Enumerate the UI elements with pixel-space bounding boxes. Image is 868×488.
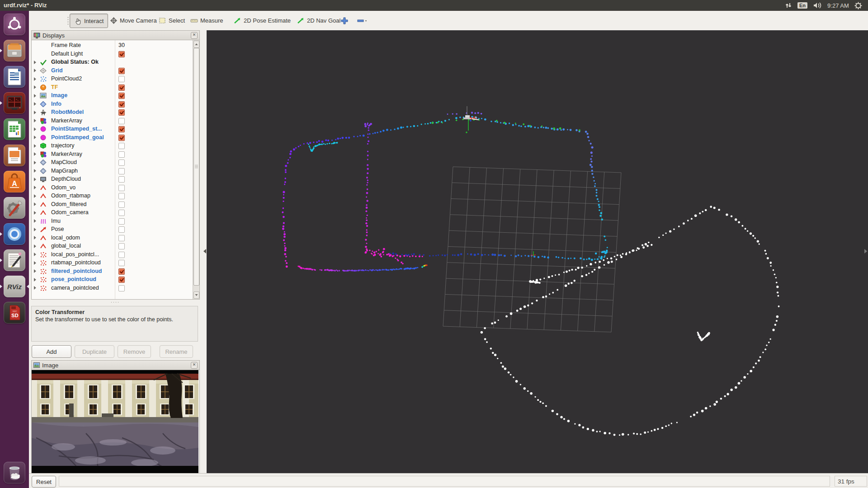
enabled-checkbox[interactable] — [118, 243, 125, 249]
expander-icon[interactable] — [34, 94, 36, 98]
display-row-local-pos-pointcl-[interactable]: local_pos_pointcl... — [32, 250, 193, 259]
tool-interact[interactable]: Interact — [70, 14, 108, 28]
3d-scene-canvas[interactable] — [207, 30, 868, 473]
network-arrows-icon[interactable] — [785, 2, 792, 9]
display-row-grid[interactable]: Grid — [32, 66, 193, 75]
close-icon[interactable]: ✕ — [191, 32, 198, 39]
display-row-camera-pointcloed[interactable]: camera_pointcloed — [32, 284, 193, 292]
display-row-depthcloud[interactable]: DepthCloud — [32, 175, 193, 183]
enabled-checkbox[interactable] — [118, 76, 125, 82]
launcher-item-terminal[interactable]: >_>_ — [0, 92, 29, 114]
enabled-checkbox[interactable] — [118, 109, 125, 116]
expander-icon[interactable] — [34, 178, 36, 181]
expander-icon[interactable] — [34, 278, 36, 282]
display-row-pointcloud2[interactable]: PointCloud2 — [32, 75, 193, 83]
enabled-checkbox[interactable] — [118, 260, 125, 266]
expander-icon[interactable] — [34, 244, 36, 248]
expander-icon[interactable] — [34, 111, 36, 114]
enabled-checkbox[interactable] — [118, 93, 125, 99]
expander-icon[interactable] — [34, 85, 36, 89]
expander-icon[interactable] — [34, 186, 36, 189]
panel-splitter-grip[interactable] — [110, 301, 119, 303]
expander-icon[interactable] — [34, 61, 36, 64]
launcher-item-sdcard[interactable]: SDMMC — [0, 302, 29, 324]
duplicate-button[interactable]: Duplicate — [75, 345, 114, 358]
display-row-pointstamped-st-[interactable]: PointStamped_st... — [32, 125, 193, 133]
scroll-up-icon[interactable] — [193, 41, 199, 48]
panel-splitter[interactable] — [203, 30, 207, 473]
display-row-mapcloud[interactable]: MapCloud — [32, 158, 193, 167]
collapse-right-icon[interactable] — [864, 249, 867, 253]
displays-panel-header[interactable]: Displays ✕ — [32, 31, 199, 40]
expander-icon[interactable] — [34, 194, 36, 198]
display-row-pose[interactable]: Pose — [32, 225, 193, 234]
launcher-item-dash[interactable] — [0, 14, 29, 35]
expander-icon[interactable] — [34, 236, 36, 239]
reset-button[interactable]: Reset — [32, 476, 56, 488]
enabled-checkbox[interactable] — [118, 226, 125, 233]
tool-select[interactable]: Select — [155, 14, 189, 27]
launcher-item-impress[interactable] — [0, 145, 29, 166]
display-row-odom-rtabmap[interactable]: Odom_rtabmap — [32, 192, 193, 200]
launcher-item-rviz[interactable]: RViz — [0, 276, 29, 297]
enabled-checkbox[interactable] — [118, 176, 125, 183]
launcher-item-writer[interactable] — [0, 66, 29, 88]
enabled-checkbox[interactable] — [118, 235, 125, 241]
expander-icon[interactable] — [34, 219, 36, 223]
enabled-checkbox[interactable] — [118, 193, 125, 199]
launcher-item-files[interactable] — [0, 40, 29, 61]
tool-2d-pose-estimate[interactable]: 2D Pose Estimate — [230, 14, 295, 27]
power-gear-icon[interactable] — [854, 2, 862, 9]
scrollbar-thumb[interactable] — [193, 48, 199, 286]
launcher-item-calc[interactable] — [0, 118, 29, 140]
launcher-item-settings[interactable] — [0, 197, 29, 219]
3d-viewport[interactable] — [207, 30, 868, 473]
enabled-checkbox[interactable] — [118, 268, 125, 275]
expander-icon[interactable] — [34, 127, 36, 131]
expander-icon[interactable] — [34, 269, 36, 273]
display-row-filtered-pointcloud[interactable]: filtered_pointcloud — [32, 267, 193, 276]
tool-measure[interactable]: Measure — [186, 14, 227, 27]
add-button[interactable]: Add — [32, 345, 71, 358]
close-icon[interactable]: ✕ — [191, 362, 198, 369]
rename-button[interactable]: Rename — [160, 345, 193, 358]
launcher-item-editor[interactable] — [0, 249, 29, 271]
volume-icon[interactable] — [813, 2, 822, 9]
display-row-markerarray[interactable]: MarkerArray — [32, 117, 193, 125]
launcher-item-chromium[interactable] — [0, 223, 29, 245]
enabled-checkbox[interactable] — [118, 210, 125, 216]
expander-icon[interactable] — [34, 102, 36, 106]
expander-icon[interactable] — [34, 211, 36, 215]
enabled-checkbox[interactable] — [118, 126, 125, 132]
display-row-markerarray[interactable]: MarkerArray — [32, 150, 193, 159]
display-row-odom-vo[interactable]: Odom_vo — [32, 183, 193, 192]
enabled-checkbox[interactable] — [118, 135, 125, 141]
enabled-checkbox[interactable] — [118, 285, 125, 291]
expander-icon[interactable] — [34, 261, 36, 265]
displays-scrollbar[interactable] — [193, 40, 199, 299]
expander-icon[interactable] — [34, 152, 36, 156]
display-row-info[interactable]: Info — [32, 100, 193, 108]
enabled-checkbox[interactable] — [118, 252, 125, 258]
expander-icon[interactable] — [34, 119, 36, 122]
expander-icon[interactable] — [34, 202, 36, 206]
enabled-checkbox[interactable] — [118, 202, 125, 208]
expander-icon[interactable] — [34, 136, 36, 139]
tool-minus-tool-icon[interactable] — [353, 14, 372, 27]
tool-plus-tool-icon[interactable] — [336, 14, 352, 27]
display-row-pose-pointcloud[interactable]: pose_pointcloud — [32, 275, 193, 284]
enabled-checkbox[interactable] — [118, 160, 125, 166]
display-row-local-odom[interactable]: local_odom — [32, 234, 193, 242]
enabled-checkbox[interactable] — [118, 185, 125, 191]
display-row-default-light[interactable]: Default Light — [32, 50, 193, 58]
expander-icon[interactable] — [34, 228, 36, 231]
expander-icon[interactable] — [34, 286, 36, 290]
enabled-checkbox[interactable] — [118, 143, 125, 149]
expander-icon[interactable] — [34, 144, 36, 148]
collapse-left-icon[interactable] — [203, 249, 206, 253]
image-panel-header[interactable]: Image ✕ — [32, 361, 199, 370]
enabled-checkbox[interactable] — [118, 277, 125, 283]
expander-icon[interactable] — [34, 69, 36, 72]
enabled-checkbox[interactable] — [118, 168, 125, 174]
enabled-checkbox[interactable] — [118, 118, 125, 124]
